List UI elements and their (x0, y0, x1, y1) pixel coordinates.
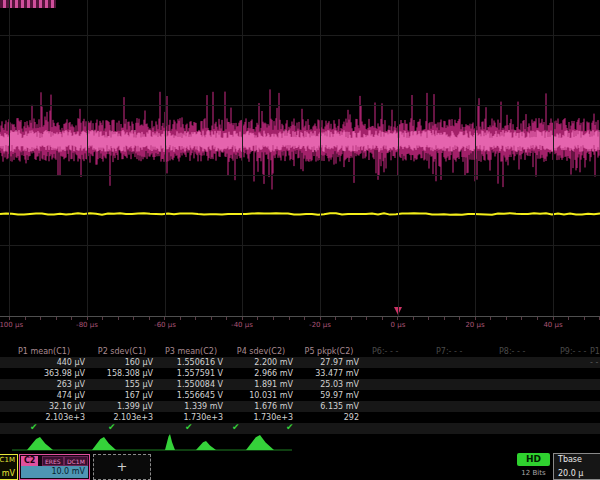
axis-tick (490, 317, 491, 320)
gridline-vertical (165, 0, 166, 316)
axis-tick (521, 317, 522, 320)
measure-value: 2.103e+3 (88, 412, 156, 423)
axis-tick (242, 317, 243, 320)
histicon-row[interactable] (0, 432, 600, 452)
axis-tick (273, 317, 274, 320)
resolution-bits-label: 12 Bits (517, 469, 550, 477)
c1-descriptor-box[interactable]: DC1M 0 mV (0, 454, 18, 480)
measure-value: 2.966 mV (226, 368, 296, 379)
measure-table: P1 mean(C1)P2 sdev(C1)P3 mean(C2)P4 sdev… (0, 346, 600, 434)
axis-tick (382, 317, 383, 320)
measure-header[interactable]: P5 pkpk(C2) (296, 346, 362, 357)
axis-tick (366, 317, 367, 320)
axis-tick (537, 317, 538, 320)
measure-value: 59.97 mV (296, 390, 362, 401)
timebase-label: Tbase (558, 455, 582, 464)
measure-row-max: 474 µV167 µV1.556645 V10.031 mV59.97 mV (0, 390, 600, 401)
measure-value: 1.891 mV (226, 379, 296, 390)
c1-flat-trace[interactable] (0, 213, 600, 215)
axis-tick (9, 317, 10, 320)
measure-header[interactable]: P2 sdev(C1) (88, 346, 156, 357)
axis-tick (444, 317, 445, 320)
axis-tick (164, 317, 165, 320)
axis-tick (226, 317, 227, 320)
gridline-vertical (553, 0, 554, 316)
axis-tick (351, 317, 352, 320)
measure-row-value: 440 µV160 µV1.550616 V2.200 mV27.97 mV (0, 357, 600, 368)
measure-header-disabled[interactable]: P7:- - - (436, 346, 462, 357)
time-axis-label: -80 µs (76, 321, 98, 329)
measure-value: 263 µV (0, 379, 88, 390)
measure-value: 363.98 µV (0, 368, 88, 379)
gridline-vertical (475, 0, 476, 316)
histicon-thumbnail[interactable] (27, 437, 53, 450)
gridline-vertical (398, 0, 399, 316)
histicon-thumbnail[interactable] (196, 441, 216, 450)
time-axis-label: -60 µs (154, 321, 176, 329)
measure-header-disabled[interactable]: P8:- - - (499, 346, 525, 357)
measure-header-disabled[interactable]: P9:- - - (560, 346, 586, 357)
histicon-thumbnail[interactable] (165, 434, 175, 450)
axis-tick (459, 317, 460, 320)
axis-tick (553, 317, 554, 320)
axis-tick (335, 317, 336, 320)
timebase-descriptor-box[interactable]: Tbase 20.0 µ (553, 453, 600, 480)
axis-tick (568, 317, 569, 320)
measure-header-disabled[interactable]: P6:- - - (372, 346, 398, 357)
axis-tick (56, 317, 57, 320)
add-trace-button[interactable]: + (93, 454, 151, 480)
measure-row-num: 2.103e+32.103e+31.730e+31.730e+3292 (0, 412, 600, 423)
axis-tick (397, 317, 398, 320)
axis-tick (149, 317, 150, 320)
c2-scale-value[interactable]: 10.0 mV (21, 466, 88, 478)
hd-mode-badge[interactable]: HD (517, 453, 550, 466)
axis-tick (211, 317, 212, 320)
measure-value: 6.135 mV (296, 401, 362, 412)
measure-value: 167 µV (88, 390, 156, 401)
measure-value: 155 µV (88, 379, 156, 390)
measure-header[interactable]: P1 mean(C1) (0, 346, 88, 357)
measure-value: 292 (296, 412, 362, 423)
gridline-horizontal (0, 245, 600, 246)
axis-tick (25, 317, 26, 320)
measure-header[interactable]: P3 mean(C2) (156, 346, 226, 357)
timebase-value: 20.0 µ (558, 469, 583, 478)
axis-tick (506, 317, 507, 320)
c1-scale-value: 0 mV (0, 469, 15, 478)
measure-row-sdev: 32.16 µV1.399 µV1.339 mV1.676 mV6.135 mV (0, 401, 600, 412)
c2-eres-badge: ERES (42, 456, 64, 466)
time-axis-label: 40 µs (543, 321, 562, 329)
waveform-grid[interactable] (0, 0, 600, 317)
gridline-horizontal (0, 35, 600, 36)
measure-row-min: 263 µV155 µV1.550084 V1.891 mV25.03 mV (0, 379, 600, 390)
measure-value: 1.556645 V (156, 390, 226, 401)
time-axis-label: -100 µs (0, 321, 23, 329)
measure-value: 32.16 µV (0, 401, 88, 412)
time-axis-label: 20 µs (465, 321, 484, 329)
histicon-thumbnail[interactable] (246, 435, 274, 450)
measure-row-mean: 363.98 µV158.308 µV1.557591 V2.966 mV33.… (0, 368, 600, 379)
measure-value: 160 µV (88, 357, 156, 368)
axis-tick (475, 317, 476, 320)
measure-value: 1.676 mV (226, 401, 296, 412)
measure-header[interactable]: P4 sdev(C2) (226, 346, 296, 357)
histicon-thumbnail[interactable] (92, 437, 116, 450)
measure-value: 1.557591 V (156, 368, 226, 379)
c2-descriptor-box[interactable]: C2 ERES DC1M 10.0 mV (19, 454, 90, 480)
time-axis-line (0, 316, 600, 317)
time-axis-label: -40 µs (231, 321, 253, 329)
axis-tick (118, 317, 119, 320)
c2-channel-badge: C2 (21, 456, 38, 466)
measure-value: 1.339 mV (156, 401, 226, 412)
gridline-vertical (9, 0, 10, 316)
oscilloscope-screen: -100 µs-80 µs-60 µs-40 µs-20 µs0 µs20 µs… (0, 0, 600, 480)
measure-value: 158.308 µV (88, 368, 156, 379)
c1-coupling-label: DC1M (0, 456, 15, 464)
gridline-horizontal (0, 105, 600, 106)
axis-tick (320, 317, 321, 320)
axis-tick (428, 317, 429, 320)
measure-value: 27.97 mV (296, 357, 362, 368)
time-axis-label: -20 µs (309, 321, 331, 329)
measure-value: 2.200 mV (226, 357, 296, 368)
measure-value: 10.031 mV (226, 390, 296, 401)
